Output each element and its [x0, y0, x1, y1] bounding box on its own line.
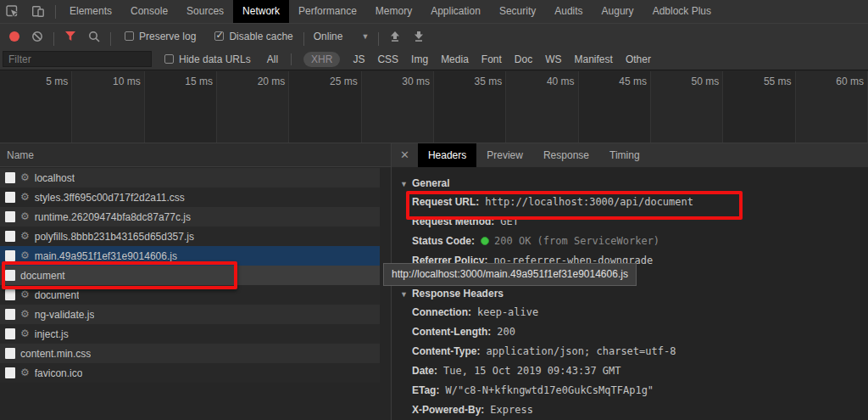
timeline-tick: 45 ms: [579, 71, 651, 143]
timeline-tick: 30 ms: [362, 71, 434, 143]
filter-type-other[interactable]: Other: [626, 52, 651, 67]
timeline-tick: 60 ms: [796, 71, 868, 143]
tab-performance[interactable]: Performance: [289, 0, 366, 23]
request-row[interactable]: ⚙favicon.ico: [0, 363, 380, 383]
section-header[interactable]: ▼General: [400, 174, 868, 193]
filter-type-img[interactable]: Img: [411, 52, 428, 67]
request-row[interactable]: ⚙localhost: [0, 168, 380, 188]
gear-icon: ⚙: [20, 309, 30, 320]
filter-type-doc[interactable]: Doc: [515, 52, 532, 67]
record-button[interactable]: [3, 31, 25, 42]
tab-elements[interactable]: Elements: [60, 0, 121, 23]
header-name: Connection:: [412, 306, 471, 318]
request-row[interactable]: ⚙styles.3ff695c00d717f2d2a11.css: [0, 188, 380, 207]
device-toolbar-icon[interactable]: [25, 0, 51, 23]
panel-tabs: ElementsConsoleSourcesNetworkPerformance…: [60, 0, 721, 23]
header-value: application/json; charset=utf-8: [486, 345, 676, 357]
clear-button[interactable]: [25, 31, 49, 42]
filter-input[interactable]: [3, 51, 152, 67]
header-name: Date:: [412, 365, 437, 377]
timeline-tick: 50 ms: [651, 71, 723, 143]
tab-memory[interactable]: Memory: [366, 0, 421, 23]
filter-type-css[interactable]: CSS: [377, 52, 398, 67]
filter-type-xhr[interactable]: XHR: [303, 52, 340, 67]
throttling-dropdown[interactable]: Online ▼: [309, 31, 375, 42]
chevron-down-icon: ▼: [361, 32, 369, 41]
filter-type-media[interactable]: Media: [441, 52, 469, 67]
tab-network[interactable]: Network: [233, 0, 289, 23]
header-value: W/"c8-N+kfkngwtd17e0GukCsMqTFAp1g": [445, 384, 654, 396]
file-icon: [5, 328, 15, 339]
request-name: content.min.css: [20, 348, 91, 360]
file-icon: [5, 231, 15, 242]
divider: [55, 5, 56, 19]
red-highlight-box-request-url: [406, 191, 743, 220]
tab-application[interactable]: Application: [421, 0, 490, 23]
request-name: runtime.26209474bfa8dc87a77c.js: [35, 211, 191, 223]
header-line-status-code-: Status Code:200 OK (from ServiceWorker): [400, 232, 868, 251]
details-tabs: HeadersPreviewResponseTiming: [418, 143, 650, 167]
details-tab-response[interactable]: Response: [533, 143, 599, 167]
tab-security[interactable]: Security: [490, 0, 545, 23]
network-toolbar: Preserve log Disable cache Online ▼: [0, 24, 868, 48]
tab-audits[interactable]: Audits: [545, 0, 592, 23]
triangle-down-icon: ▼: [400, 180, 408, 188]
export-har-icon[interactable]: [407, 31, 431, 42]
header-line-date-: Date:Tue, 15 Oct 2019 09:43:37 GMT: [400, 361, 868, 381]
tab-sources[interactable]: Sources: [177, 0, 233, 23]
filter-type-ws[interactable]: WS: [545, 52, 561, 67]
timeline-tick: 25 ms: [289, 71, 361, 143]
request-name: favicon.ico: [35, 367, 83, 379]
url-tooltip: http://localhost:3000/main.49a951f1ef31e…: [383, 263, 637, 286]
request-name: polyfills.8bbb231b43165d65d357.js: [35, 231, 194, 243]
header-value: keep-alive: [477, 306, 538, 318]
preserve-log-checkbox[interactable]: Preserve log: [119, 31, 202, 42]
search-icon[interactable]: [82, 31, 106, 42]
close-icon[interactable]: ✕: [392, 143, 418, 167]
request-name: localhost: [35, 172, 75, 184]
details-tab-preview[interactable]: Preview: [476, 143, 533, 167]
disable-cache-checkbox[interactable]: Disable cache: [209, 31, 298, 42]
details-tab-timing[interactable]: Timing: [599, 143, 650, 167]
gear-icon: ⚙: [20, 172, 30, 183]
request-name: ng-validate.js: [35, 309, 95, 321]
gear-icon: ⚙: [20, 211, 30, 222]
details-tabbar: ✕ HeadersPreviewResponseTiming: [392, 143, 868, 167]
file-icon: [5, 289, 15, 300]
file-icon: [5, 250, 15, 261]
header-name: Status Code:: [412, 235, 475, 247]
section-header[interactable]: ▼Response Headers: [400, 284, 868, 303]
request-row[interactable]: ⚙inject.js: [0, 324, 380, 344]
timeline-tick: 55 ms: [723, 71, 795, 143]
request-row[interactable]: ⚙polyfills.8bbb231b43165d65d357.js: [0, 227, 380, 246]
file-icon: [5, 172, 15, 183]
divider: [378, 32, 379, 46]
filter-type-font[interactable]: Font: [481, 52, 502, 67]
header-name: Content-Length:: [412, 326, 491, 338]
file-icon: [5, 192, 15, 203]
tab-console[interactable]: Console: [121, 0, 177, 23]
timeline-tick: 20 ms: [217, 71, 289, 143]
inspect-element-icon[interactable]: [0, 0, 25, 23]
tab-adblock-plus[interactable]: Adblock Plus: [643, 0, 721, 23]
divider: [110, 32, 111, 46]
tab-augury[interactable]: Augury: [593, 0, 643, 23]
filter-type-js[interactable]: JS: [353, 52, 364, 67]
status-green-dot-icon: [481, 237, 489, 245]
request-row[interactable]: content.min.css: [0, 344, 380, 363]
section-title: Response Headers: [412, 288, 504, 300]
hide-data-urls-checkbox[interactable]: Hide data URLs: [159, 53, 257, 65]
details-tab-headers[interactable]: Headers: [418, 143, 476, 167]
request-row[interactable]: ⚙runtime.26209474bfa8dc87a77c.js: [0, 207, 380, 227]
import-har-icon[interactable]: [383, 31, 407, 42]
timeline-tick: 5 ms: [0, 71, 72, 143]
gear-icon: ⚙: [20, 231, 30, 242]
filter-type-all[interactable]: All: [267, 52, 278, 67]
gear-icon: ⚙: [20, 328, 30, 339]
filter-funnel-icon[interactable]: [58, 31, 82, 42]
request-row[interactable]: ⚙ng-validate.js: [0, 305, 380, 324]
section-response-headers: ▼Response HeadersConnection:keep-aliveCo…: [400, 284, 868, 420]
request-type-filters: AllXHRJSCSSImgMediaFontDocWSManifestOthe…: [267, 52, 664, 67]
filter-type-manifest[interactable]: Manifest: [575, 52, 613, 67]
name-column-header[interactable]: Name: [0, 143, 391, 167]
